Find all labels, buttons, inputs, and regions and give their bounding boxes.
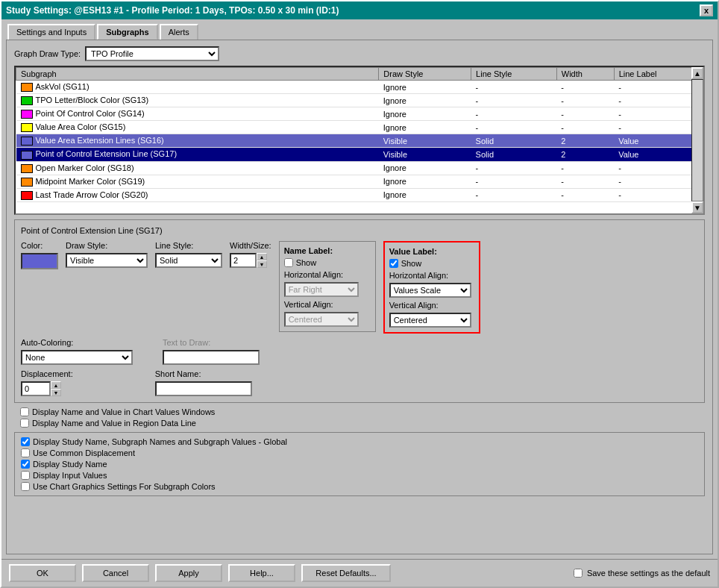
cell-line-style: Solid [471,134,557,148]
table-row[interactable]: Point Of Control Color (SG14)Ignore--- [16,107,703,121]
detail-row-2: Auto-Coloring: None Text to Draw: [21,338,698,365]
subgraph-table-wrapper: Subgraph Draw Style Line Style Width Lin… [14,66,705,215]
width-down[interactable]: ▼ [257,260,267,268]
graph-draw-type-select[interactable]: TPO Profile [85,46,219,61]
table-row[interactable]: Point of Control Extension Line (SG17)Vi… [16,148,703,161]
value-show-row: Show [389,259,474,268]
detail-title: Point of Control Extension Line (SG17) [21,226,698,235]
ok-button[interactable]: OK [9,564,76,582]
cell-line-style: - [471,94,557,107]
auto-color-label: Auto-Coloring: [21,338,133,347]
reset-button[interactable]: Reset Defaults... [301,564,391,582]
display-study-name-checkbox[interactable] [21,460,30,469]
cell-width: 2 [556,134,614,148]
table-row[interactable]: Value Area Extension Lines (SG16)Visible… [16,134,703,148]
table-row[interactable]: AskVol (SG11)Ignore--- [16,81,703,94]
cell-draw-style: Ignore [379,188,471,201]
color-label: Color: [21,241,58,250]
disp-down[interactable]: ▼ [51,389,61,396]
display-name-region-label: Display Name and Value in Region Data Li… [32,419,196,428]
use-common-disp-row: Use Common Displacement [21,448,698,457]
displacement-input[interactable] [21,381,51,396]
cell-draw-style: Ignore [379,161,471,175]
line-style-select[interactable]: Solid [155,253,222,268]
cell-line-label: - [614,94,703,107]
save-default-checkbox[interactable] [574,569,583,578]
name-show-checkbox[interactable] [284,258,293,267]
color-swatch-button[interactable] [21,253,58,269]
width-spinner[interactable]: ▲ ▼ [257,253,267,268]
table-row[interactable]: Midpoint Marker Color (SG19)Ignore--- [16,175,703,188]
tab-settings-inputs[interactable]: Settings and Inputs [7,24,95,40]
display-name-region-checkbox[interactable] [20,419,29,428]
table-row[interactable]: Open Marker Color (SG18)Ignore--- [16,161,703,175]
table-row[interactable]: TPO Letter/Block Color (SG13)Ignore--- [16,94,703,107]
value-h-align-select[interactable]: Values Scale [389,283,471,298]
global-display-study-checkbox[interactable] [21,437,30,446]
short-name-input[interactable] [155,381,252,396]
cell-draw-style: Visible [379,134,471,148]
display-input-values-row: Display Input Values [21,471,698,480]
value-h-align-row: Values Scale [389,283,474,298]
col-line-style: Line Style [471,68,557,81]
cell-draw-style: Ignore [379,81,471,94]
displacement-group: ▲ ▼ [21,381,73,396]
use-common-disp-label: Use Common Displacement [33,448,135,457]
cell-line-style: - [471,121,557,134]
name-label-title: Name Label: [284,246,371,255]
table-row[interactable]: Value Area Color (SG15)Ignore--- [16,121,703,134]
col-width: Width [556,68,614,81]
draw-style-col: Draw Style: Visible [66,241,148,268]
help-button[interactable]: Help... [228,564,295,582]
tab-subgraphs[interactable]: Subgraphs [97,24,157,40]
display-study-name-label: Display Study Name [33,460,107,469]
table-scrollbar[interactable]: ▲ ▼ [691,67,703,213]
scroll-track[interactable] [691,79,703,201]
apply-button[interactable]: Apply [155,564,222,582]
value-v-align-select[interactable]: Centered [389,313,471,328]
display-name-chart-checkbox[interactable] [20,407,29,416]
scroll-up-btn[interactable]: ▲ [691,67,703,79]
draw-style-select[interactable]: Visible [66,253,148,268]
cell-line-style: - [471,161,557,175]
cell-subgraph-name: Value Area Color (SG15) [16,121,379,134]
name-label-section: Name Label: Show Horizontal Align: Far R… [279,241,376,332]
table-row[interactable]: Last Trade Arrow Color (SG20)Ignore--- [16,188,703,201]
value-show-label: Show [401,259,422,268]
cell-subgraph-name: Midpoint Marker Color (SG19) [16,175,379,188]
tab-alerts[interactable]: Alerts [160,24,198,40]
value-show-checkbox[interactable] [389,259,398,268]
display-name-chart-label: Display Name and Value in Chart Values W… [32,407,215,416]
text-to-draw-input[interactable] [163,350,260,365]
cell-draw-style: Ignore [379,107,471,121]
cell-line-label: - [614,107,703,121]
cell-line-label: Value [614,134,703,148]
global-display-study-row: Display Study Name, Subgraph Names and S… [21,437,698,446]
cell-draw-style: Ignore [379,94,471,107]
displacement-spinner[interactable]: ▲ ▼ [51,381,61,396]
display-input-values-checkbox[interactable] [21,471,30,480]
width-input[interactable] [230,253,257,268]
tabs-bar: Settings and Inputs Subgraphs Alerts [1,19,718,40]
title-bar: Study Settings: @ESH13 #1 - Profile Peri… [1,1,718,19]
width-spinner-group: ▲ ▼ [230,253,271,268]
name-v-align-select[interactable]: Centered [284,312,359,327]
use-chart-graphics-checkbox[interactable] [21,482,30,491]
name-h-align-select[interactable]: Far Right [284,282,359,297]
short-name-label: Short Name: [155,369,252,378]
width-up[interactable]: ▲ [257,253,267,260]
displacement-col: Displacement: ▲ ▼ [21,369,73,396]
cell-draw-style: Visible [379,148,471,161]
scroll-down-btn[interactable]: ▼ [691,201,703,213]
cell-width: 2 [556,148,614,161]
auto-color-select[interactable]: None [21,350,133,365]
color-col: Color: [21,241,58,269]
disp-up[interactable]: ▲ [51,381,61,389]
cell-line-style: - [471,175,557,188]
short-name-col: Short Name: [155,369,252,396]
cancel-button[interactable]: Cancel [82,564,149,582]
use-common-disp-checkbox[interactable] [21,448,30,457]
close-button[interactable]: x [700,4,713,16]
cell-subgraph-name: Last Trade Arrow Color (SG20) [16,188,379,201]
width-col: Width/Size: ▲ ▼ [230,241,271,268]
